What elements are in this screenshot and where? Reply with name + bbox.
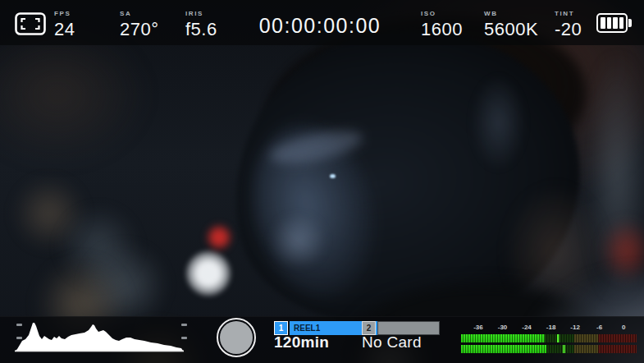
shutter-angle-setting[interactable]: SA 270°: [120, 10, 159, 39]
tint-setting[interactable]: TINT -20: [555, 10, 582, 39]
meter-scale-label: -6: [596, 324, 602, 331]
background-red-light: [601, 220, 644, 282]
shutter-angle-label: SA: [120, 10, 159, 17]
battery-cell: [613, 17, 618, 29]
shutter-angle-value: 270°: [120, 21, 159, 39]
battery-cell: [601, 17, 605, 29]
audio-level-fill: [461, 345, 546, 353]
histogram[interactable]: [14, 318, 186, 354]
meter-scale-label: -24: [522, 324, 532, 331]
iris-setting[interactable]: IRIS f5.6: [185, 10, 217, 39]
meter-scale-label: -30: [498, 324, 508, 331]
iso-value: 1600: [421, 21, 463, 39]
audio-level-fill: [461, 334, 545, 342]
tint-label: TINT: [555, 10, 582, 17]
fps-value: 24: [54, 21, 75, 39]
tint-value: -20: [555, 21, 582, 39]
card-slot-2-status[interactable]: No Card: [362, 334, 422, 350]
battery-cell: [607, 17, 612, 29]
live-view[interactable]: [0, 0, 644, 363]
subject-nose-highlight: [267, 215, 329, 266]
subject-eye-glint: [330, 174, 336, 178]
iso-label: ISO: [421, 10, 463, 17]
meter-scale-label: -36: [473, 324, 483, 331]
status-bar: FPS 24 SA 270° IRIS f5.6 00:00:00:00 ISO…: [0, 0, 644, 45]
white-balance-setting[interactable]: WB 5600K: [484, 10, 538, 39]
subject-neck-rimlight: [505, 185, 607, 320]
battery-cell: [619, 17, 624, 29]
subject-ear-highlight: [472, 76, 525, 170]
meter-scale-label: 0: [622, 324, 625, 331]
monitor-overlays-icon[interactable]: [15, 12, 46, 35]
timecode-display[interactable]: 00:00:00:00: [215, 14, 425, 38]
fps-label: FPS: [54, 10, 75, 17]
iris-label: IRIS: [185, 10, 217, 17]
bokeh-light: [57, 205, 139, 287]
bokeh-light: [12, 177, 86, 250]
fps-setting[interactable]: FPS 24: [54, 10, 75, 39]
battery-icon[interactable]: [596, 13, 628, 33]
background-wall: [587, 57, 644, 296]
card-slot-1-reel-name: REEL1: [294, 324, 320, 333]
iso-setting[interactable]: ISO 1600: [421, 10, 463, 39]
meter-scale-label: -12: [570, 324, 580, 331]
audio-meter-channel-1: [461, 334, 637, 342]
subject-face-light: [235, 112, 393, 312]
audio-meter-channel-2: [461, 345, 637, 353]
subject-brow-highlight: [267, 124, 365, 169]
white-balance-value: 5600K: [484, 21, 538, 39]
camera-touchscreen: FPS 24 SA 270° IRIS f5.6 00:00:00:00 ISO…: [0, 0, 644, 363]
audio-meters[interactable]: -36-30-24-18-12-60: [461, 324, 637, 356]
record-button[interactable]: [220, 321, 253, 354]
white-balance-label: WB: [484, 10, 538, 17]
card-slot-1-time-remaining[interactable]: 120min: [274, 334, 329, 350]
bokeh-light-red: [206, 223, 232, 251]
background-bokeh: [0, 25, 148, 164]
bokeh-light-bright: [186, 251, 231, 296]
iris-value: f5.6: [185, 21, 217, 39]
audio-peak-indicator: [563, 345, 565, 353]
audio-peak-indicator: [557, 334, 560, 342]
meter-scale-label: -18: [546, 324, 556, 331]
subject-head: [209, 2, 604, 356]
battery-icon-nub: [628, 19, 632, 27]
